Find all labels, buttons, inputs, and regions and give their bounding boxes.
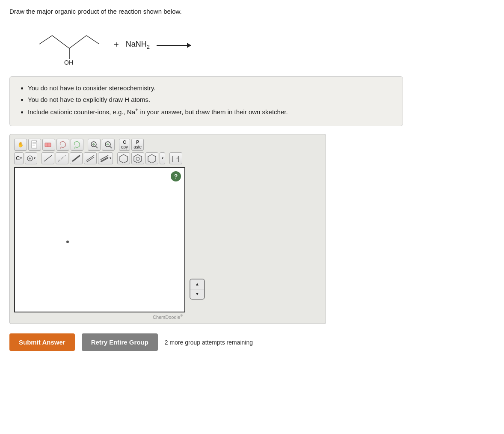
- paste-label: P: [136, 140, 139, 145]
- svg-text:]: ]: [178, 155, 179, 162]
- svg-line-3: [86, 36, 99, 44]
- instruction-3: Include cationic counter-ions, e.g., Na+…: [28, 106, 393, 117]
- copy-sublabel: opy: [121, 145, 128, 149]
- ring3-icon: [147, 154, 157, 163]
- svg-line-28: [58, 155, 66, 161]
- spinner-control: ▲ ▼: [190, 279, 205, 300]
- bond-type-arrow: ▾: [110, 156, 111, 160]
- ring3-button[interactable]: [145, 152, 158, 164]
- dotted-bond-button[interactable]: [56, 152, 68, 164]
- zoom-out-button[interactable]: [102, 139, 115, 151]
- svg-point-23: [107, 143, 109, 145]
- eraser-button[interactable]: [42, 139, 55, 151]
- atom-c-label: C: [16, 155, 20, 161]
- question-title: Draw the major organic product of the re…: [9, 8, 495, 15]
- svg-marker-35: [120, 155, 127, 163]
- svg-marker-38: [148, 155, 156, 163]
- double-bond-button[interactable]: [84, 152, 97, 164]
- copy-button[interactable]: C opy: [119, 139, 130, 151]
- dotted-bond-icon: [57, 155, 67, 162]
- svg-point-19: [93, 143, 95, 145]
- bond-type-icon: [100, 155, 109, 162]
- copy-label: C: [123, 140, 126, 145]
- attempts-remaining: 2 more group attempts remaining: [165, 339, 253, 346]
- document-icon: [31, 140, 39, 149]
- help-icon: ?: [174, 173, 178, 180]
- arrow-up-icon: ▲: [195, 282, 199, 286]
- bond-type-dropdown[interactable]: ▾: [98, 152, 113, 164]
- paste-button[interactable]: P aste: [131, 139, 144, 151]
- svg-rect-6: [32, 141, 37, 148]
- retry-group-button[interactable]: Retry Entire Group: [82, 333, 158, 351]
- svg-line-21: [110, 146, 112, 148]
- atom-c-arrow: ▾: [20, 156, 22, 160]
- submit-answer-button[interactable]: Submit Answer: [9, 333, 75, 351]
- chemdoodle-trademark: ®: [180, 314, 183, 318]
- reactant-molecule: OH: [35, 23, 104, 67]
- canvas-dot: [66, 241, 69, 243]
- svg-point-37: [136, 157, 139, 161]
- sketcher-container: ✋: [9, 134, 326, 324]
- instructions-list: You do not have to consider stereochemis…: [19, 83, 393, 117]
- chemdoodle-label: ChemDoodle®: [14, 314, 321, 320]
- ring-icon: [119, 154, 128, 163]
- bracket-icon: [ + ]: [171, 154, 181, 163]
- zoom-in-icon: [90, 140, 98, 149]
- arrow-down-icon: ▼: [195, 291, 199, 296]
- bottom-bar: Submit Answer Retry Entire Group 2 more …: [9, 333, 495, 351]
- single-bond-button[interactable]: [42, 152, 54, 164]
- reagent-label: NaNH2: [126, 40, 150, 50]
- eraser-icon: [44, 141, 53, 148]
- svg-line-1: [39, 36, 52, 44]
- green-lasso-icon: [73, 140, 81, 149]
- plus-sign: +: [114, 40, 119, 50]
- ring-button[interactable]: [117, 152, 130, 164]
- zoom-out-icon: [104, 140, 113, 149]
- atom-c-dropdown[interactable]: C ▾: [14, 152, 24, 164]
- ring-dropdown[interactable]: ▾: [160, 152, 165, 164]
- ring2-icon: [133, 154, 142, 163]
- document-tool-button[interactable]: [28, 139, 41, 151]
- instructions-box: You do not have to consider stereochemis…: [9, 76, 403, 126]
- lasso-button[interactable]: [56, 139, 69, 151]
- svg-text:OH: OH: [64, 59, 73, 65]
- single-bond-icon: [43, 155, 53, 162]
- svg-line-0: [52, 36, 69, 48]
- bond-add-icon: [27, 155, 33, 162]
- ring2-button[interactable]: [131, 152, 144, 164]
- spinner-wrapper: ▲ ▼: [190, 279, 205, 300]
- spinner-down-button[interactable]: ▼: [190, 289, 204, 299]
- instruction-2: You do not have to explicitly draw H ato…: [28, 95, 393, 105]
- drawing-canvas[interactable]: ?: [14, 167, 185, 312]
- svg-marker-36: [134, 155, 142, 163]
- toolbar-bottom: C ▾ ▾: [14, 152, 321, 164]
- reaction-arrow: [157, 45, 191, 46]
- bond-add-dropdown[interactable]: ▾: [25, 152, 37, 164]
- canvas-row: ? ▲ ▼: [14, 167, 321, 312]
- toolbar-top: ✋: [14, 139, 321, 151]
- zoom-in-button[interactable]: [88, 139, 101, 151]
- hand-icon: ✋: [18, 142, 24, 148]
- hand-tool-button[interactable]: ✋: [14, 139, 27, 151]
- help-button[interactable]: ?: [171, 171, 181, 181]
- instruction-1: You do not have to consider stereochemis…: [28, 83, 393, 93]
- svg-line-13: [60, 147, 61, 149]
- green-lasso-button[interactable]: [71, 139, 83, 151]
- svg-line-16: [96, 146, 98, 148]
- bond-add-arrow: ▾: [34, 156, 36, 160]
- svg-line-27: [44, 155, 52, 161]
- chemdoodle-name: ChemDoodle: [153, 314, 180, 319]
- reaction-area: OH + NaNH2: [35, 23, 495, 67]
- svg-line-34: [101, 158, 108, 162]
- bracket-button[interactable]: [ + ]: [169, 152, 182, 164]
- spinner-up-button[interactable]: ▲: [190, 279, 204, 289]
- double-bond-icon: [86, 155, 95, 162]
- ring-dropdown-arrow: ▾: [162, 156, 163, 160]
- bold-bond-button[interactable]: [70, 152, 83, 164]
- paste-sublabel: aste: [133, 145, 142, 149]
- svg-line-2: [69, 36, 86, 48]
- svg-line-29: [72, 155, 80, 161]
- svg-line-14: [74, 147, 75, 149]
- bold-bond-icon: [71, 155, 81, 162]
- svg-text:[: [: [172, 155, 174, 162]
